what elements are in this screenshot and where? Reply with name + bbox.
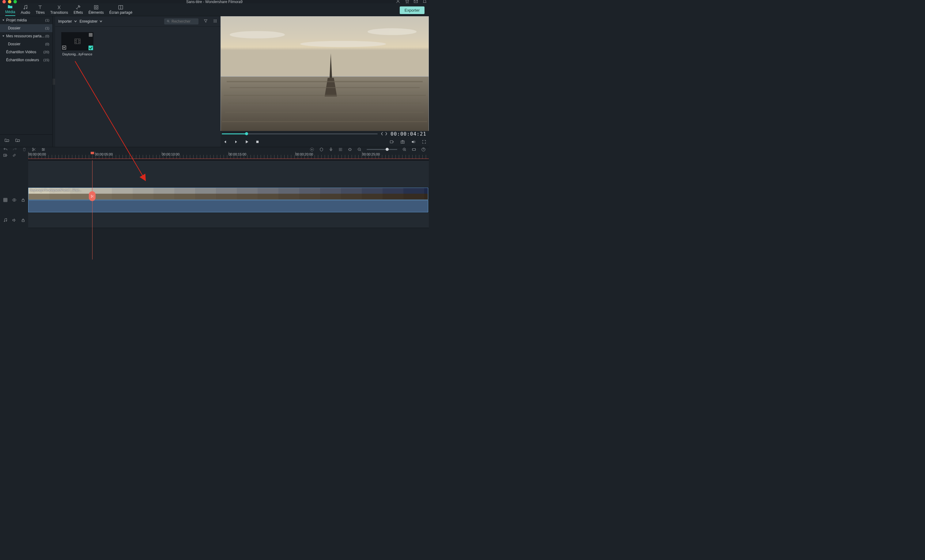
window-zoom-button[interactable] bbox=[14, 0, 17, 3]
svg-point-11 bbox=[215, 19, 215, 20]
svg-rect-6 bbox=[94, 6, 98, 9]
window-minimize-button[interactable] bbox=[8, 0, 11, 3]
prev-frame-icon[interactable] bbox=[223, 140, 227, 144]
delete-icon[interactable] bbox=[22, 147, 27, 152]
link-icon[interactable] bbox=[12, 153, 17, 158]
preview-viewport[interactable] bbox=[220, 16, 429, 131]
window-close-button[interactable] bbox=[3, 0, 6, 3]
zoom-fit-icon[interactable] bbox=[412, 147, 416, 152]
delete-folder-icon[interactable] bbox=[15, 138, 20, 144]
sidebar-item-sample-videos[interactable]: Échantillon Vidéos (20) bbox=[0, 48, 53, 56]
nine-grid-icon bbox=[89, 33, 92, 37]
timeline-ruler[interactable]: 00:00:00:00 00:00:05:00 00:00:10:00 00:0… bbox=[28, 152, 429, 161]
add-to-timeline-icon[interactable] bbox=[62, 46, 66, 50]
adjust-icon[interactable] bbox=[41, 147, 46, 152]
account-icon[interactable] bbox=[396, 0, 400, 5]
undo-icon[interactable] bbox=[3, 147, 8, 152]
tab-elements[interactable]: Éléments bbox=[86, 4, 107, 16]
svg-rect-22 bbox=[220, 16, 429, 78]
search-input[interactable] bbox=[172, 19, 196, 24]
search-box[interactable] bbox=[164, 18, 199, 24]
clip-audio[interactable] bbox=[28, 200, 428, 212]
notifications-icon[interactable] bbox=[422, 0, 427, 5]
zoom-slider[interactable] bbox=[367, 149, 397, 150]
svg-point-12 bbox=[216, 19, 217, 20]
tab-splitscreen[interactable]: Écran partagé bbox=[107, 4, 135, 16]
tab-audio[interactable]: Audio bbox=[18, 4, 33, 16]
crop-icon[interactable] bbox=[348, 147, 352, 152]
sidebar-item-shared[interactable]: Mes ressources parta... (0) bbox=[0, 32, 53, 40]
ruler-tick: 00:00:25:00 bbox=[362, 152, 380, 156]
export-button[interactable]: Exporter bbox=[400, 6, 425, 14]
help-icon[interactable] bbox=[421, 147, 426, 152]
split-scissors-button[interactable] bbox=[89, 191, 96, 201]
visibility-icon[interactable] bbox=[12, 198, 17, 202]
tab-media[interactable]: Média bbox=[3, 3, 18, 16]
import-label: Importer bbox=[58, 19, 72, 24]
scrubber-knob[interactable] bbox=[245, 132, 248, 135]
svg-point-7 bbox=[95, 6, 97, 8]
mute-icon[interactable] bbox=[12, 218, 17, 222]
filter-icon[interactable] bbox=[203, 19, 208, 24]
volume-icon[interactable] bbox=[411, 140, 416, 144]
marker-icon[interactable] bbox=[319, 147, 324, 152]
stop-icon[interactable] bbox=[255, 140, 260, 144]
clip-thumbnail[interactable] bbox=[61, 32, 93, 51]
record-button[interactable]: Enregistrer bbox=[80, 19, 103, 24]
sidebar-count: (0) bbox=[45, 42, 49, 46]
mixer-icon[interactable] bbox=[338, 147, 343, 152]
next-frame-icon[interactable] bbox=[234, 140, 238, 144]
mail-icon[interactable] bbox=[413, 0, 418, 5]
sidebar-item-folder-1[interactable]: Dossier (1) bbox=[0, 24, 53, 32]
tab-effects-label: Effets bbox=[74, 11, 83, 16]
play-icon[interactable] bbox=[244, 140, 249, 144]
sidebar-item-sample-colors[interactable]: Échantillon couleurs (15) bbox=[0, 56, 53, 64]
svg-point-2 bbox=[408, 3, 408, 3]
track-empty[interactable] bbox=[28, 161, 429, 187]
media-clip[interactable]: Daytonig...ityFrance bbox=[61, 32, 93, 56]
tab-transitions[interactable]: Transitions bbox=[47, 4, 71, 16]
add-track-icon[interactable] bbox=[3, 153, 8, 158]
titlebar: Sans-titre - Wondershare Filmora9 bbox=[0, 0, 429, 3]
snapshot-icon[interactable] bbox=[400, 140, 405, 144]
cart-icon[interactable] bbox=[405, 0, 409, 5]
ruler-tick: 00:00:10:00 bbox=[162, 152, 179, 156]
zoom-in-icon[interactable] bbox=[402, 147, 407, 152]
video-clip[interactable]: DaytonightTimelapseofParisC...Fran... bbox=[28, 188, 428, 200]
svg-point-9 bbox=[167, 20, 169, 22]
zoom-knob[interactable] bbox=[386, 148, 389, 151]
sidebar-item-project-media[interactable]: Projet média (1) bbox=[0, 16, 53, 24]
tab-effects[interactable]: Effets bbox=[71, 4, 86, 16]
audio-track-head bbox=[0, 212, 28, 228]
prev-marker-icon[interactable] bbox=[381, 132, 383, 135]
svg-rect-25 bbox=[230, 87, 420, 88]
preview-scrubber[interactable] bbox=[222, 134, 378, 134]
zoom-out-icon[interactable] bbox=[357, 147, 362, 152]
new-folder-icon[interactable] bbox=[4, 138, 9, 144]
svg-rect-34 bbox=[390, 140, 393, 143]
grid-view-icon[interactable] bbox=[213, 19, 217, 24]
lock-icon[interactable] bbox=[21, 218, 26, 222]
fullscreen-icon[interactable] bbox=[422, 140, 426, 144]
redo-icon[interactable] bbox=[12, 147, 17, 152]
lock-icon[interactable] bbox=[21, 198, 26, 202]
tab-titles[interactable]: Titres bbox=[33, 4, 47, 16]
music-note-icon[interactable] bbox=[3, 218, 8, 222]
voiceover-icon[interactable] bbox=[328, 147, 333, 152]
split-icon[interactable] bbox=[32, 147, 36, 152]
panel-divider[interactable] bbox=[53, 16, 55, 147]
render-icon[interactable] bbox=[310, 147, 314, 152]
nine-grid-icon[interactable] bbox=[3, 198, 8, 202]
svg-point-32 bbox=[368, 28, 417, 35]
import-button[interactable]: Importer bbox=[58, 19, 77, 24]
playhead-handle[interactable] bbox=[91, 152, 94, 154]
sidebar-item-folder-2[interactable]: Dossier (0) bbox=[0, 40, 53, 48]
svg-point-31 bbox=[300, 41, 386, 47]
next-marker-icon[interactable] bbox=[385, 132, 387, 135]
track-audio[interactable] bbox=[28, 212, 429, 228]
svg-point-16 bbox=[214, 22, 214, 23]
svg-rect-48 bbox=[22, 200, 24, 201]
snapshot-to-timeline-icon[interactable] bbox=[390, 140, 394, 144]
svg-point-47 bbox=[14, 199, 15, 200]
track-video[interactable]: DaytonightTimelapseofParisC...Fran... bbox=[28, 187, 429, 212]
